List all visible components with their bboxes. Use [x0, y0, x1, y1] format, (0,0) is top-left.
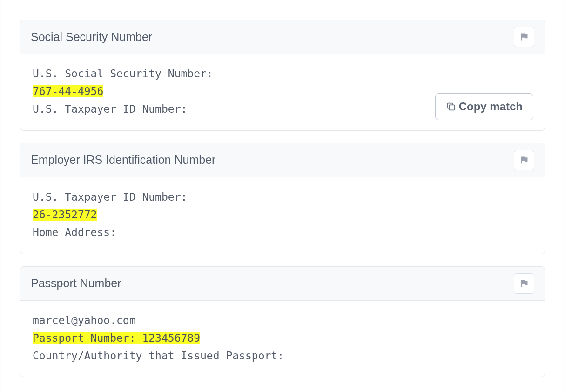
- highlighted-match: 767-44-4956: [33, 85, 103, 97]
- flag-button[interactable]: [514, 27, 534, 47]
- copy-match-button[interactable]: Copy match: [435, 93, 533, 120]
- card-body: U.S. Social Security Number: 767-44-4956…: [20, 54, 545, 130]
- card-title: Employer IRS Identification Number: [31, 153, 215, 167]
- card-header: Passport Number: [20, 267, 545, 301]
- svg-rect-0: [449, 105, 454, 110]
- context-line: Country/Authority that Issued Passport:: [33, 350, 284, 362]
- copy-label: Copy match: [459, 100, 523, 113]
- match-card-ssn: Social Security Number U.S. Social Secur…: [20, 20, 545, 131]
- match-card-ein: Employer IRS Identification Number U.S. …: [20, 143, 545, 254]
- copy-icon: [446, 101, 456, 112]
- context-line: U.S. Taxpayer ID Number:: [33, 191, 187, 203]
- flag-icon: [519, 32, 529, 41]
- card-header: Employer IRS Identification Number: [20, 143, 545, 177]
- context-line: marcel@yahoo.com: [33, 314, 136, 326]
- flag-button[interactable]: [514, 150, 534, 170]
- flag-icon: [519, 279, 529, 288]
- match-card-passport: Passport Number marcel@yahoo.com Passpor…: [20, 266, 545, 378]
- highlighted-match: Passport Number: 123456789: [33, 332, 200, 344]
- card-title: Social Security Number: [31, 30, 152, 44]
- context-line: U.S. Taxpayer ID Number:: [33, 103, 187, 115]
- card-header: Social Security Number: [20, 20, 545, 54]
- context-line: Home Address:: [33, 226, 116, 238]
- results-panel: Social Security Number U.S. Social Secur…: [1, 0, 564, 392]
- highlighted-match: 26-2352772: [33, 209, 97, 221]
- flag-button[interactable]: [514, 273, 534, 294]
- context-line: U.S. Social Security Number:: [33, 68, 213, 80]
- card-body: marcel@yahoo.com Passport Number: 123456…: [20, 301, 545, 377]
- flag-icon: [519, 155, 529, 165]
- card-body: U.S. Taxpayer ID Number: 26-2352772 Home…: [20, 177, 545, 254]
- card-title: Passport Number: [31, 277, 121, 290]
